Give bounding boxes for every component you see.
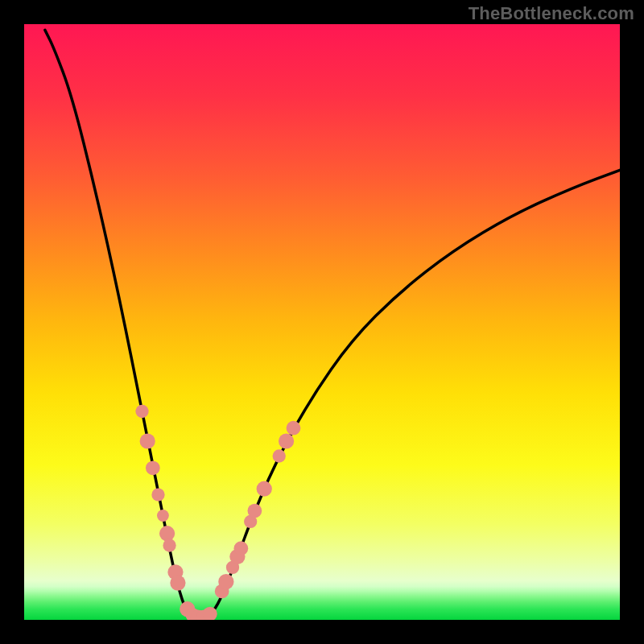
marker-dot bbox=[151, 488, 164, 501]
marker-dot bbox=[273, 449, 286, 462]
chart-frame: TheBottleneck.com bbox=[0, 0, 644, 644]
marker-group bbox=[135, 405, 300, 620]
marker-dot bbox=[140, 433, 155, 448]
watermark-text: TheBottleneck.com bbox=[469, 3, 634, 24]
marker-dot bbox=[146, 460, 160, 475]
marker-dot bbox=[257, 481, 272, 497]
marker-dot bbox=[287, 421, 301, 436]
marker-dot bbox=[233, 541, 248, 555]
marker-dot bbox=[279, 433, 294, 448]
marker-dot bbox=[218, 574, 233, 589]
marker-dot bbox=[159, 526, 175, 541]
marker-dot bbox=[248, 504, 262, 518]
bottleneck-curve bbox=[45, 30, 620, 619]
plot-area bbox=[24, 24, 620, 620]
marker-dot bbox=[163, 539, 175, 551]
marker-dot bbox=[170, 576, 185, 591]
marker-dot bbox=[135, 405, 148, 418]
marker-dot bbox=[157, 510, 169, 522]
curve-layer bbox=[24, 24, 620, 620]
